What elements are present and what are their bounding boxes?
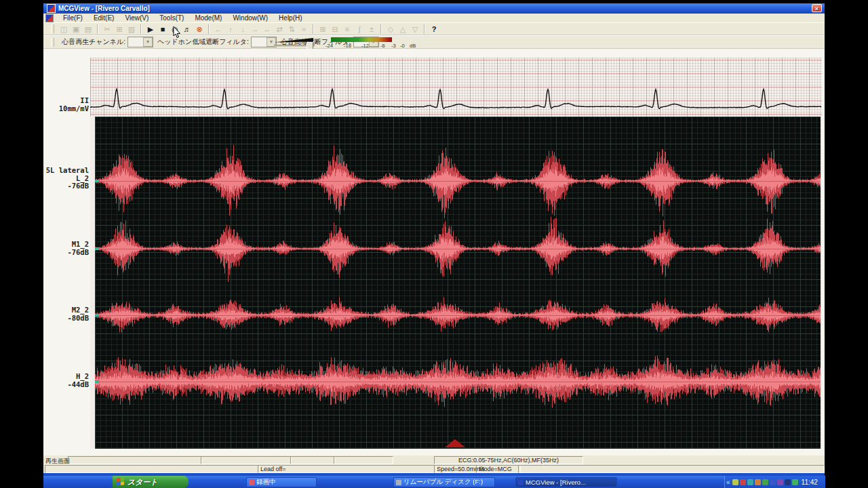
db-tick-label: -6 [380,43,385,49]
toolbar-main: ◫▣▤✂⊞▥▶■◉♬⊗←↑↓→↔⇄⇅≈⊞⊟≡∫±◇△▽? [43,22,825,35]
start-label: スタート [127,477,158,487]
help-icon[interactable]: ? [428,24,440,35]
chevron-down-icon[interactable]: ▼ [143,37,153,47]
tray-icon-6[interactable] [770,479,776,485]
marker-up2-icon[interactable]: △ [397,24,409,35]
menu-tools[interactable]: Tools(T) [154,14,189,22]
menu-edit[interactable]: Edit(E) [88,14,120,22]
task-icon [396,480,401,485]
copy-icon[interactable]: ⊞ [113,24,125,35]
stop-icon[interactable]: ■ [157,24,169,35]
task-label: リムーバブル ディスク (F:) [403,478,483,487]
tray-chevron-icon[interactable]: « [726,479,730,486]
plot-left-gutter [90,117,95,449]
print-icon[interactable]: ▤ [82,24,94,35]
lowcut-label: ヘッドホン低域遮断フィルタ: [157,37,249,47]
mute-icon[interactable]: ⊗ [193,24,205,35]
tray-icon-2[interactable] [740,479,746,485]
start-button[interactable]: スタート [113,476,189,488]
sound-channel-label: 心音再生チャンネル: [62,37,125,47]
measure-icon[interactable]: ≡ [341,24,353,35]
tray-icon-1[interactable] [732,479,738,485]
task-label: MCGView - [Rivero... [526,479,586,486]
toolbar-separator [313,24,314,34]
taskbar-clock: 11:42 [802,479,818,486]
ecg-filter-info: ECG:0.05-75Hz,AC(60Hz),MF(35Hz) [434,456,583,464]
level-meter-gradient [331,37,392,42]
toolbar-separator [380,24,382,34]
channel-label: 5L lateral L_2 -76dB [43,167,89,190]
phono-panel [95,117,821,449]
mdi-child-icon[interactable] [45,14,54,22]
speaker-icon[interactable]: ♬ [181,24,193,35]
open-folder-icon[interactable]: ◫ [58,24,70,35]
status-panel-5 [45,465,260,473]
lead-off-status: Lead off= [258,465,437,473]
tray-icon-8[interactable] [785,479,791,485]
ecg-strip [90,58,822,117]
toolbar-grip-2 [51,38,54,47]
toolbar-sound: 心音再生チャンネル: ▼ ヘッドホン低域遮断フィルタ: ▼ 心音高域遮断フィルタ… [43,35,825,49]
menu-window[interactable]: Window(W) [227,14,273,22]
status-panel-1 [68,456,202,464]
grid-toggle-icon[interactable]: ◇ [384,24,397,35]
status-panel-6 [518,465,825,473]
sound-channel-dropdown[interactable]: ▼ [127,37,153,47]
channel-label: II 10mm/mV [43,97,89,113]
tray-icon-3[interactable] [747,479,753,485]
toolbar-separator [140,24,142,34]
taskbar-task-button[interactable]: 録画中 [246,477,317,487]
task-icon [518,480,524,485]
mouse-cursor [173,26,181,39]
toolbar-separator [97,24,98,34]
integral-icon[interactable]: ∫ [353,24,366,35]
menu-mode[interactable]: Mode(M) [189,14,227,22]
channel-label: M1_2 -76dB [43,241,89,256]
title-bar[interactable]: MCGView - [Rivero Carvallo] × [43,3,825,14]
playback-position-marker[interactable] [445,439,465,447]
cut-icon[interactable]: ✂ [101,24,113,35]
phono-canvas[interactable] [95,117,821,449]
marker-up-icon[interactable]: ↑ [224,24,237,35]
status-panel-2 [201,456,292,464]
taskbar-task-button[interactable]: リムーバブル ディスク (F:) [393,477,495,487]
menu-file[interactable]: File(F) [58,14,88,22]
tray-icon-4[interactable] [755,479,761,485]
channel-label: H_2 -44dB [43,373,89,388]
menu-help[interactable]: Help(H) [273,14,307,22]
expand-horizontal-icon[interactable]: ↔ [261,24,273,35]
swap-traces-icon[interactable]: ⇄ [273,24,285,35]
paste-icon[interactable]: ▥ [125,24,138,35]
db-tick-label: -18 [344,43,351,49]
taskbar-task-button[interactable]: MCGView - [Rivero... [515,477,617,487]
marker-right-icon[interactable]: → [249,24,261,35]
app-icon [47,4,56,13]
db-tick-label: -0 [400,43,405,49]
toolbar-separator [208,24,210,34]
lowcut-dropdown[interactable]: ▼ [251,37,277,47]
db-tick-label: -3 [391,43,396,49]
save-icon[interactable]: ▣ [70,24,82,35]
tray-icon-5[interactable] [762,479,768,485]
db-tick-label: -24 [326,43,333,49]
status-panel-4 [334,456,393,464]
close-button[interactable]: × [812,4,822,12]
marker-left-icon[interactable]: ← [212,24,224,35]
status-panel-3 [290,456,335,464]
channel-label: M2_2 -80dB [43,306,89,322]
menu-view[interactable]: View(V) [119,14,154,22]
screen: MCGView - [Rivero Carvallo] × File(F) Ed… [0,0,868,488]
marker-down-icon[interactable]: ↓ [237,24,249,35]
db-tick-label: dB [410,43,416,49]
tray-icon-7[interactable] [777,479,783,485]
play-icon[interactable]: ▶ [144,24,157,35]
zoom-out-icon[interactable]: ⊟ [329,24,341,35]
zoom-in-icon[interactable]: ⊞ [317,24,329,35]
status-bar-top: 再生画面 ECG:0.05-75Hz,AC(60Hz),MF(35Hz) [43,455,825,464]
marker-down2-icon[interactable]: ▽ [409,24,421,35]
expand-vertical-icon[interactable]: ⇅ [285,24,298,35]
calibration-icon[interactable]: ± [366,24,378,35]
smoothing-icon[interactable]: ≈ [298,24,310,35]
speed-status: Speed=50.0mm/s [434,465,479,473]
tray-icon-9[interactable] [792,479,798,485]
